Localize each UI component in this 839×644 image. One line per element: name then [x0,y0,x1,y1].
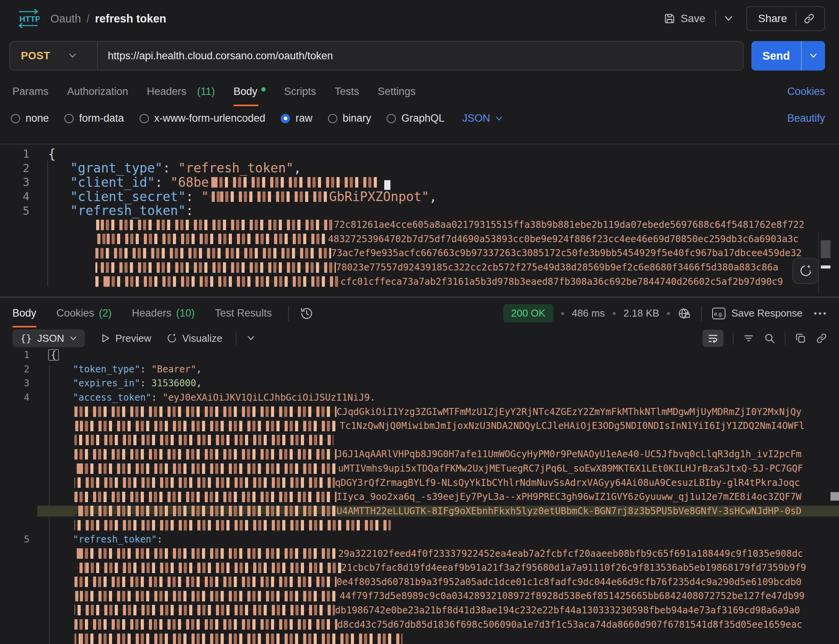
visualize-options-chevron-icon[interactable] [247,336,255,341]
divider [236,332,237,345]
code-token: : [162,160,178,176]
divider [733,332,734,345]
radio-label: x-www-form-urlencoded [154,112,266,124]
copy-link-icon[interactable] [796,13,822,24]
code-token: , [429,189,437,204]
search-icon[interactable] [764,332,775,344]
send-options-chevron-icon[interactable] [801,41,825,71]
response-time[interactable]: 486 ms [572,307,605,319]
code-token: "expires_in" [73,378,140,389]
cookies-link[interactable]: Cookies [787,86,825,98]
save-response-button[interactable]: e.g. Save Response [712,307,803,320]
save-options-chevron-icon[interactable] [724,15,733,22]
redacted-text [209,177,380,188]
breadcrumb-request-name[interactable]: refresh token [95,12,166,25]
preview-label: Preview [115,332,151,344]
tab-label: Headers [147,86,186,98]
beautify-link[interactable]: Beautify [787,112,825,124]
response-tab-body[interactable]: Body [12,298,36,329]
code-token: 73ac7ef9e935acfc667663c9b97337263c308517… [331,248,802,258]
response-size[interactable]: 2.18 KB [623,307,659,319]
http-method-icon: HTTP [17,9,40,29]
code-token: : [151,392,162,403]
code-token: "68be [170,175,209,190]
code-line: IIyca_9oo2xa6q_-s39eejEy7PyL3a--xPH9PREC… [0,490,839,504]
response-body-editor[interactable]: 1{2"token_type": "Bearer",3"expires_in":… [0,348,839,644]
response-tab-cookies[interactable]: Cookies(2) [57,298,112,329]
code-token: 29a322102feed4f0f23337922452ea4eab7a2fcb… [338,548,803,559]
radio-form-data[interactable]: form-data [64,112,124,124]
line-number: 5 [0,534,37,545]
radio-icon [64,114,74,123]
url-input[interactable]: https://api.health.cloud.corsano.com/oau… [98,50,333,62]
tab-label: Body [12,307,36,319]
copy-icon[interactable] [795,332,806,344]
save-button[interactable]: Save [663,12,705,25]
redacted-text [95,276,340,287]
method-select[interactable]: POST [10,50,97,62]
response-tab-test-results[interactable]: Test Results [215,298,272,329]
beautify-magic-button[interactable] [792,258,819,284]
filter-icon[interactable] [743,332,754,344]
more-actions-icon[interactable] [814,312,826,315]
scrollbar-handle[interactable] [821,265,830,269]
code-token: 31536000 [151,378,196,389]
code-token: : [157,534,162,545]
tab-scripts[interactable]: Scripts [284,74,316,108]
code-line: 1{ [0,147,839,161]
radio-x-www-form-urlencoded[interactable]: x-www-form-urlencoded [140,112,266,124]
line-number: 1 [0,350,37,360]
tab-label: Scripts [284,86,316,98]
redacted-text [74,463,338,474]
scrollbar-thumb[interactable] [821,240,830,258]
send-button[interactable]: Send [751,41,801,71]
response-header-bar: Body Cookies(2) Headers(10) Test Results… [0,297,839,329]
preview-button[interactable]: Preview [100,332,151,344]
visualize-button[interactable]: Visualize [166,332,223,344]
tab-settings[interactable]: Settings [378,74,416,108]
code-token: U4AMTTH22eLLUGTK-8IFg9oXEbnhFkxh5lyz0etU… [337,506,801,517]
link-icon[interactable] [816,332,827,344]
share-button[interactable]: Share [749,12,796,25]
redacted-text [74,506,337,516]
response-history-icon[interactable] [300,307,314,320]
magic-sparkle-icon [166,332,178,344]
code-line: Tc1NzQwNjQ0MiwibmJmIjoxNzU3NDA2NDQyLCJle… [0,419,839,433]
radio-raw[interactable]: raw [281,112,312,124]
code-line: 5"refresh_token": [0,203,839,218]
tab-params[interactable]: Params [12,74,48,108]
redacted-text [95,262,336,273]
code-line: 2"token_type": "Bearer", [0,362,839,377]
redacted-text [74,492,337,502]
breadcrumb-collection[interactable]: Oauth [50,12,81,25]
raw-language-select[interactable]: JSON [462,112,503,124]
tab-body[interactable]: Body [233,74,266,108]
send-button-group: Send [751,41,825,71]
radio-none[interactable]: none [11,112,49,124]
radio-binary[interactable]: binary [328,112,371,124]
redacted-text [74,435,333,445]
network-globe-icon[interactable] [678,307,691,320]
wrap-lines-icon[interactable] [703,330,723,347]
code-token: "token_type" [73,364,140,375]
response-format-select[interactable]: {} JSON [12,329,85,347]
redacted-text [74,548,338,559]
tab-authorization[interactable]: Authorization [67,74,128,108]
request-body-editor[interactable]: 1{2"grant_type": "refresh_token",3"clien… [0,144,839,297]
code-line: d8cd43c75d67db85d1836f698c506090a1e7d3f1… [0,617,839,632]
scrollbar-handle[interactable] [830,492,839,501]
code-token: 0e4f8035d60781b9a3f952a05adc1dce01c1c8fa… [337,577,801,587]
tab-label: Tests [335,86,359,98]
headers-count: (10) [176,307,195,319]
status-badge[interactable]: 200 OK [503,304,553,322]
response-tab-headers[interactable]: Headers(10) [132,298,195,329]
tab-headers[interactable]: Headers (11) [147,74,215,108]
line-number: 2 [0,162,37,175]
radio-graphql[interactable]: GraphQL [387,112,444,124]
tab-label: Test Results [215,307,272,319]
code-token: cfc01cffeca73a7ab2f3161a5b3d978b3eaed87f… [340,276,783,287]
code-line: 73ac7ef9e935acfc667663c9b97337263c308517… [0,246,839,260]
code-line: 5"refresh_token": [0,532,839,547]
code-line: 1{ [0,348,839,362]
tab-tests[interactable]: Tests [335,74,359,108]
